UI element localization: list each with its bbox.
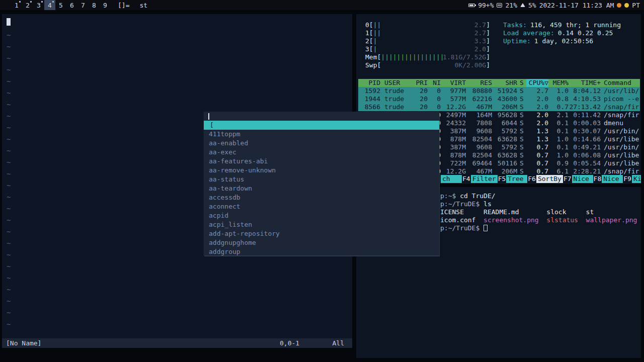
cell-time: 8:04.12	[569, 87, 601, 95]
tag-8[interactable]: 8	[89, 0, 100, 10]
clock: 2022-11-17 11:23 AM	[539, 2, 614, 9]
meter-value: 2.0	[474, 45, 486, 53]
dmenu-item[interactable]: addgnupghome	[204, 238, 439, 247]
dmenu-item[interactable]: aa-enabled	[204, 139, 439, 148]
dmenu-item[interactable]: 411toppm	[204, 130, 439, 139]
dmenu-item[interactable]: aa-remove-unknown	[204, 166, 439, 175]
terminal-line: p:~/TruDE$	[440, 224, 641, 232]
column-header-command[interactable]: Command	[601, 79, 640, 87]
fnkey-F8[interactable]: F8Nice +	[593, 175, 623, 183]
terminal-text	[578, 216, 586, 224]
cell-time: 4:10.53	[569, 95, 601, 103]
layout-symbol[interactable]: []=	[111, 2, 134, 9]
cell-s: S	[517, 167, 526, 175]
column-header-ni[interactable]: NI	[428, 79, 441, 87]
meter-bracket: ]	[486, 37, 490, 45]
cell-s: S	[517, 119, 526, 127]
fnkey-F6[interactable]: F6SortBy	[527, 175, 563, 183]
terminal-line: p:~/TruDE$ ls	[440, 200, 641, 208]
terminal-text: p:~$	[440, 192, 460, 200]
vim-tilde: ~	[7, 87, 11, 99]
fnkey-F5[interactable]: F5Tree	[498, 175, 528, 183]
vim-tilde: ~	[7, 134, 11, 145]
cell-res: 467M	[466, 167, 492, 175]
process-row[interactable]: 8566trude20012.2G467M206MS2.00.727:13.42…	[358, 103, 640, 111]
fnkey-ch[interactable]: ch	[441, 175, 462, 183]
column-header-time[interactable]: TIME+	[569, 79, 601, 87]
column-header-cpu[interactable]: CPU%▽	[526, 79, 548, 87]
cell-s: S	[517, 87, 526, 95]
column-header-user[interactable]: USER	[380, 79, 413, 87]
cell-time: 0:05.54	[569, 159, 601, 167]
fnkey-F9[interactable]: F9Kill	[623, 175, 641, 183]
column-header-virt[interactable]: VIRT	[441, 79, 466, 87]
dmenu-item[interactable]: add-apt-repository	[204, 229, 439, 238]
dmenu-item[interactable]: aa-status	[204, 175, 439, 184]
dmenu-window[interactable]: [ 411toppmaa-enabledaa-execaa-features-a…	[204, 112, 439, 255]
cell-pri: 20	[413, 87, 428, 95]
tag-6[interactable]: 6	[66, 0, 77, 10]
dmenu-item[interactable]: acpi_listen	[204, 220, 439, 229]
terminal-text: p:~/TruDE$	[440, 200, 484, 208]
column-header-s[interactable]: S	[517, 79, 526, 87]
cell-ni: 0	[428, 103, 441, 111]
cell-res: 82504	[466, 135, 492, 143]
cell-pid: 1944	[358, 95, 380, 103]
fnkey-F4[interactable]: F4Filter	[462, 175, 498, 183]
dmenu-item[interactable]: aa-teardown	[204, 184, 439, 193]
tag-2[interactable]: 2	[22, 0, 33, 10]
meter-bar: |	[373, 37, 474, 45]
cell-cpu: 1.3	[526, 127, 548, 135]
status-bar: 123456789 []= st 99+% 21% 5% 2022-11-17 …	[0, 0, 644, 10]
meter-value: 2.7	[474, 21, 486, 29]
fnkey-F7[interactable]: F7Nice -	[563, 175, 593, 183]
vim-tilde: ~	[7, 157, 11, 168]
dmenu-item[interactable]: aconnect	[204, 202, 439, 211]
cell-mem: 1.0	[548, 135, 569, 143]
dmenu-item[interactable]: aa-features-abi	[204, 157, 439, 166]
fnkey-label: SortBy	[536, 175, 563, 183]
dmenu-item[interactable]: aa-exec	[204, 148, 439, 157]
dmenu-item[interactable]: accessdb	[204, 193, 439, 202]
cell-virt: 722M	[441, 159, 466, 167]
meter-bar	[381, 61, 454, 69]
tag-7[interactable]: 7	[77, 0, 89, 10]
tag-1[interactable]: 1	[11, 0, 22, 10]
htop-meters: 0[||2.7]1[||2.7]2[|3.3]3[|2.0]Mem[||||||…	[365, 21, 490, 69]
dmenu-selected-item[interactable]: [	[204, 121, 439, 130]
tag-9[interactable]: 9	[100, 0, 111, 10]
cell-res: 9608	[466, 127, 492, 135]
vim-tilde: ~	[7, 296, 11, 307]
tag-occupied-indicator	[30, 1, 32, 3]
meter-2: 2[|3.3]	[365, 37, 490, 45]
cell-mem: 1.0	[548, 87, 569, 95]
column-header-mem[interactable]: MEM%	[548, 79, 569, 87]
tag-5[interactable]: 5	[55, 0, 66, 10]
cell-shr: 51924	[492, 87, 517, 95]
cell-shr: 63628	[492, 135, 517, 143]
dmenu-input[interactable]	[204, 112, 439, 121]
terminal-line: icom.conf screenshot.png slstatus wallpa…	[440, 216, 641, 224]
dmenu-item[interactable]: acpid	[204, 211, 439, 220]
fnkey-label: ch	[441, 175, 462, 183]
tag-4[interactable]: 4	[44, 0, 55, 10]
meter-1: 1[||2.7]	[365, 29, 490, 37]
column-header-pri[interactable]: PRI	[413, 79, 428, 87]
cell-shr: 5792	[492, 127, 517, 135]
column-header-pid[interactable]: PID	[358, 79, 380, 87]
battery-icon	[468, 4, 475, 7]
vim-tilde: ~	[7, 145, 11, 157]
tag-3[interactable]: 3	[33, 0, 44, 10]
cell-cpu: 2.0	[526, 103, 548, 111]
fnkey-label: Tree	[506, 175, 527, 183]
cell-cmd: /snap/fir	[601, 111, 640, 119]
cell-time: 0:49.21	[569, 143, 601, 151]
dmenu-item[interactable]: addgroup	[204, 247, 439, 255]
process-row[interactable]: 1944trude200577M6221643600S2.00.84:10.53…	[358, 95, 640, 103]
cell-res: 164M	[466, 111, 492, 119]
tasks-line: Tasks:116, 459 thr; 1 running	[503, 21, 621, 29]
meter-bracket: ]	[486, 21, 490, 29]
column-header-shr[interactable]: SHR	[492, 79, 517, 87]
column-header-res[interactable]: RES	[466, 79, 492, 87]
process-row[interactable]: 1592trude200977M8088051924S2.71.08:04.12…	[358, 87, 640, 95]
